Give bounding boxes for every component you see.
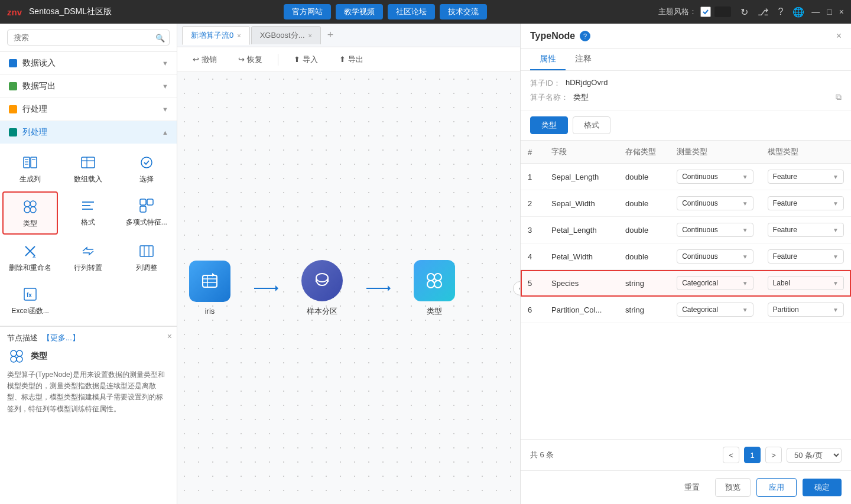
col-header-field: 字段 <box>544 141 618 164</box>
tab-comments[interactable]: 注释 <box>566 49 601 70</box>
nav-btn-tutorial[interactable]: 教学视频 <box>336 4 383 19</box>
cell-measure-4[interactable]: Categorical ▼ <box>670 270 760 297</box>
node-desc-more-link[interactable]: 【更多...】 <box>43 333 80 343</box>
right-panel-close-btn[interactable]: × <box>836 31 842 41</box>
sidebar-item-group-input[interactable]: 数组载入 <box>60 148 116 189</box>
table-row[interactable]: 4 Petal_Width double Continuous ▼ Featur… <box>521 243 851 270</box>
refresh-icon[interactable]: ↻ <box>740 6 748 18</box>
table-row[interactable]: 5 Species string Categorical ▼ Label ▼ <box>521 270 851 297</box>
sidebar-section-header-col-proc[interactable]: 列处理 ▲ <box>0 121 177 144</box>
sidebar-item-format[interactable]: 格式 <box>60 191 116 235</box>
measure-select-2[interactable]: Continuous ▼ <box>677 223 753 237</box>
sidebar-item-delete-rename[interactable]: A 删除和重命名 <box>2 237 58 278</box>
sidebar-section-header-row-proc[interactable]: 行处理 ▼ <box>0 98 177 121</box>
measure-select-4[interactable]: Categorical ▼ <box>677 276 753 290</box>
sidebar-item-select[interactable]: 选择 <box>119 148 174 189</box>
cell-model-2[interactable]: Feature ▼ <box>761 217 851 243</box>
help-icon-btn[interactable]: ? <box>580 31 590 41</box>
measure-select-0[interactable]: Continuous ▼ <box>677 170 753 184</box>
algo-name-row: 算子名称： 类型 ⧉ <box>530 92 842 103</box>
nav-btn-official[interactable]: 官方网站 <box>284 4 331 19</box>
model-select-3[interactable]: Feature ▼ <box>768 249 844 264</box>
nav-btn-tech[interactable]: 技术交流 <box>440 4 487 19</box>
apply-button[interactable]: 应用 <box>756 478 797 497</box>
iris-node-box[interactable] <box>189 261 230 302</box>
sidebar-item-generate-col[interactable]: 生成列 <box>2 148 58 189</box>
subtab-type-btn[interactable]: 类型 <box>530 116 568 134</box>
model-select-0[interactable]: Feature ▼ <box>768 170 844 184</box>
reset-button[interactable]: 重置 <box>675 479 709 496</box>
tab-close-icon[interactable]: × <box>237 32 241 39</box>
undo-button[interactable]: ↩ 撤销 <box>187 52 223 67</box>
table-row[interactable]: 1 Sepal_Length double Continuous ▼ Featu… <box>521 164 851 190</box>
cell-model-3[interactable]: Feature ▼ <box>761 243 851 270</box>
search-input[interactable] <box>7 30 170 45</box>
sidebar-section-header-data-output[interactable]: 数据写出 ▼ <box>0 75 177 97</box>
table-row[interactable]: 6 Partition_Col... string Categorical ▼ … <box>521 297 851 323</box>
pagination-next-btn[interactable]: > <box>765 447 782 463</box>
subtab-format-btn[interactable]: 格式 <box>573 116 610 134</box>
flow-node-iris[interactable]: iris <box>189 261 230 316</box>
cell-model-1[interactable]: Feature ▼ <box>761 190 851 217</box>
model-select-4[interactable]: Label ▼ <box>768 276 844 290</box>
globe-icon[interactable]: 🌐 <box>792 6 804 18</box>
pagination-page-1-btn[interactable]: 1 <box>744 447 761 463</box>
type-node-box[interactable] <box>414 260 455 301</box>
canvas-area[interactable]: iris <box>177 72 520 504</box>
node-desc-close-btn[interactable]: × <box>167 331 172 341</box>
import-button[interactable]: ⬆ 导入 <box>288 52 324 67</box>
tab-xgboost-close-icon[interactable]: × <box>308 32 312 39</box>
minimize-btn[interactable]: — <box>811 7 820 17</box>
tab-properties[interactable]: 属性 <box>530 49 566 70</box>
sidebar-item-multi-feature[interactable]: 多项式特征... <box>119 191 174 235</box>
model-select-2[interactable]: Feature ▼ <box>768 223 844 237</box>
flow-node-type[interactable]: 类型 <box>414 260 455 317</box>
sample-node-box[interactable] <box>301 260 343 301</box>
cell-measure-2[interactable]: Continuous ▼ <box>670 217 760 243</box>
svg-point-10 <box>24 201 30 207</box>
sidebar-item-excel-func[interactable]: fx Excel函数... <box>2 280 58 321</box>
cell-model-0[interactable]: Feature ▼ <box>761 164 851 190</box>
theme-light-btn[interactable] <box>700 6 711 17</box>
maximize-btn[interactable]: □ <box>827 7 831 17</box>
help-icon[interactable]: ? <box>778 6 783 17</box>
sidebar-item-type[interactable]: 类型 <box>2 191 58 235</box>
tab-new-flow[interactable]: 新增算子流0 × <box>182 26 250 45</box>
nav-btn-forum[interactable]: 社区论坛 <box>388 4 435 19</box>
model-select-5[interactable]: Partition ▼ <box>768 303 844 317</box>
table-row[interactable]: 3 Petal_Length double Continuous ▼ Featu… <box>521 217 851 243</box>
model-select-1[interactable]: Feature ▼ <box>768 196 844 210</box>
type-node-label: 类型 <box>427 306 442 317</box>
sidebar-item-col-adjust[interactable]: 列调整 <box>119 237 174 278</box>
close-btn[interactable]: × <box>839 7 844 17</box>
svg-point-30 <box>11 356 17 362</box>
export-button[interactable]: ⬆ 导出 <box>333 52 369 67</box>
redo-button[interactable]: ↪ 恢复 <box>232 52 268 67</box>
measure-select-1[interactable]: Continuous ▼ <box>677 196 753 210</box>
svg-point-31 <box>17 356 22 362</box>
measure-select-3[interactable]: Continuous ▼ <box>677 249 753 264</box>
tab-add-btn[interactable]: + <box>322 27 339 44</box>
share-icon[interactable]: ⎇ <box>758 6 768 18</box>
preview-button[interactable]: 预览 <box>715 478 751 497</box>
cell-model-5[interactable]: Partition ▼ <box>761 297 851 323</box>
col-proc-items-grid: 生成列 数组载入 <box>0 144 177 326</box>
cell-measure-1[interactable]: Continuous ▼ <box>670 190 760 217</box>
pagination-prev-btn[interactable]: < <box>723 447 739 463</box>
tab-xgboost[interactable]: XGBoost分... × <box>251 26 321 44</box>
confirm-button[interactable]: 确定 <box>803 479 842 496</box>
flow-node-sample[interactable]: 样本分区 <box>301 260 343 317</box>
pagination-size-select[interactable]: 50 条/页 100 条/页 <box>787 448 842 463</box>
measure-select-5[interactable]: Categorical ▼ <box>677 303 753 317</box>
right-panel-subtabs: 类型 格式 <box>521 110 851 141</box>
cell-measure-5[interactable]: Categorical ▼ <box>670 297 760 323</box>
cell-model-4[interactable]: Label ▼ <box>761 270 851 297</box>
copy-icon[interactable]: ⧉ <box>836 92 842 103</box>
section-label-col-proc: 列处理 <box>22 127 157 138</box>
sidebar-section-header-data-input[interactable]: 数据读入 ▼ <box>0 52 177 74</box>
cell-measure-3[interactable]: Continuous ▼ <box>670 243 760 270</box>
cell-measure-0[interactable]: Continuous ▼ <box>670 164 760 190</box>
theme-dark-btn[interactable] <box>714 6 731 17</box>
sidebar-item-row-transpose[interactable]: 行列转置 <box>60 237 116 278</box>
table-row[interactable]: 2 Sepal_Width double Continuous ▼ Featur… <box>521 190 851 217</box>
